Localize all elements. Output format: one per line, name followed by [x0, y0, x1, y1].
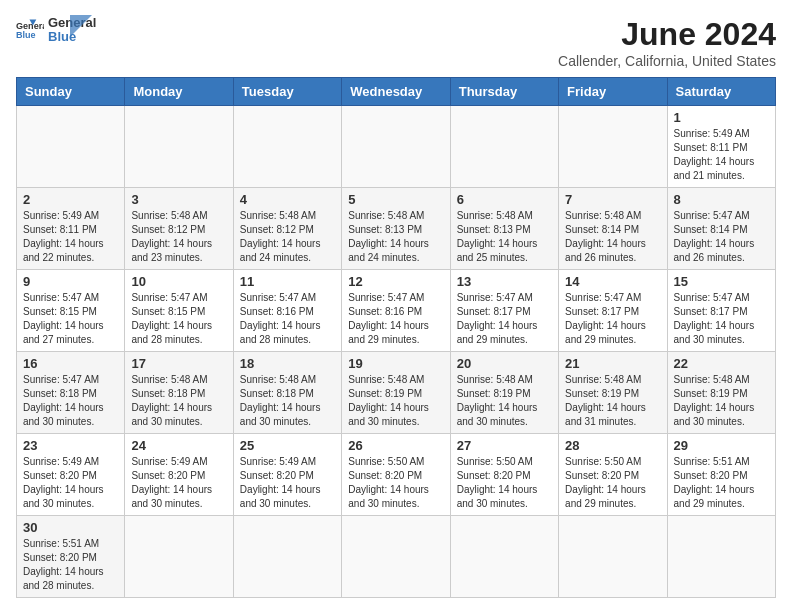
calendar-day-cell: 25Sunrise: 5:49 AM Sunset: 8:20 PM Dayli… [233, 434, 341, 516]
day-info: Sunrise: 5:48 AM Sunset: 8:12 PM Dayligh… [240, 209, 335, 265]
day-info: Sunrise: 5:50 AM Sunset: 8:20 PM Dayligh… [457, 455, 552, 511]
day-number: 30 [23, 520, 118, 535]
empty-day-cell [559, 106, 667, 188]
day-info: Sunrise: 5:49 AM Sunset: 8:20 PM Dayligh… [240, 455, 335, 511]
calendar-day-cell: 1Sunrise: 5:49 AM Sunset: 8:11 PM Daylig… [667, 106, 775, 188]
empty-day-cell [125, 516, 233, 598]
title-block: June 2024 Callender, California, United … [558, 16, 776, 69]
day-number: 10 [131, 274, 226, 289]
calendar-day-cell: 8Sunrise: 5:47 AM Sunset: 8:14 PM Daylig… [667, 188, 775, 270]
calendar-day-cell: 15Sunrise: 5:47 AM Sunset: 8:17 PM Dayli… [667, 270, 775, 352]
day-info: Sunrise: 5:49 AM Sunset: 8:11 PM Dayligh… [23, 209, 118, 265]
day-info: Sunrise: 5:47 AM Sunset: 8:14 PM Dayligh… [674, 209, 769, 265]
logo: General Blue General Blue [16, 16, 92, 45]
day-number: 5 [348, 192, 443, 207]
day-number: 25 [240, 438, 335, 453]
day-info: Sunrise: 5:49 AM Sunset: 8:11 PM Dayligh… [674, 127, 769, 183]
page-header: General Blue General Blue June 2024 Call… [16, 16, 776, 69]
calendar-day-cell: 11Sunrise: 5:47 AM Sunset: 8:16 PM Dayli… [233, 270, 341, 352]
empty-day-cell [559, 516, 667, 598]
weekday-header-thursday: Thursday [450, 78, 558, 106]
day-info: Sunrise: 5:49 AM Sunset: 8:20 PM Dayligh… [131, 455, 226, 511]
day-info: Sunrise: 5:50 AM Sunset: 8:20 PM Dayligh… [565, 455, 660, 511]
svg-marker-3 [70, 15, 92, 37]
day-number: 17 [131, 356, 226, 371]
calendar-week-row: 30Sunrise: 5:51 AM Sunset: 8:20 PM Dayli… [17, 516, 776, 598]
day-number: 22 [674, 356, 769, 371]
month-title: June 2024 [558, 16, 776, 53]
day-number: 9 [23, 274, 118, 289]
general-blue-logo-icon: General Blue [16, 16, 44, 44]
empty-day-cell [233, 516, 341, 598]
weekday-header-friday: Friday [559, 78, 667, 106]
calendar-day-cell: 19Sunrise: 5:48 AM Sunset: 8:19 PM Dayli… [342, 352, 450, 434]
calendar-day-cell: 24Sunrise: 5:49 AM Sunset: 8:20 PM Dayli… [125, 434, 233, 516]
calendar-week-row: 23Sunrise: 5:49 AM Sunset: 8:20 PM Dayli… [17, 434, 776, 516]
weekday-header-row: SundayMondayTuesdayWednesdayThursdayFrid… [17, 78, 776, 106]
day-number: 4 [240, 192, 335, 207]
day-info: Sunrise: 5:47 AM Sunset: 8:15 PM Dayligh… [23, 291, 118, 347]
day-number: 16 [23, 356, 118, 371]
day-number: 15 [674, 274, 769, 289]
day-info: Sunrise: 5:47 AM Sunset: 8:18 PM Dayligh… [23, 373, 118, 429]
calendar-day-cell: 17Sunrise: 5:48 AM Sunset: 8:18 PM Dayli… [125, 352, 233, 434]
day-info: Sunrise: 5:47 AM Sunset: 8:16 PM Dayligh… [240, 291, 335, 347]
calendar-week-row: 2Sunrise: 5:49 AM Sunset: 8:11 PM Daylig… [17, 188, 776, 270]
day-number: 26 [348, 438, 443, 453]
day-number: 2 [23, 192, 118, 207]
day-info: Sunrise: 5:48 AM Sunset: 8:12 PM Dayligh… [131, 209, 226, 265]
weekday-header-wednesday: Wednesday [342, 78, 450, 106]
svg-text:Blue: Blue [16, 31, 36, 41]
day-number: 6 [457, 192, 552, 207]
empty-day-cell [233, 106, 341, 188]
calendar-day-cell: 21Sunrise: 5:48 AM Sunset: 8:19 PM Dayli… [559, 352, 667, 434]
day-number: 11 [240, 274, 335, 289]
day-info: Sunrise: 5:48 AM Sunset: 8:19 PM Dayligh… [565, 373, 660, 429]
day-info: Sunrise: 5:47 AM Sunset: 8:17 PM Dayligh… [565, 291, 660, 347]
day-info: Sunrise: 5:47 AM Sunset: 8:17 PM Dayligh… [674, 291, 769, 347]
day-number: 27 [457, 438, 552, 453]
day-number: 13 [457, 274, 552, 289]
weekday-header-saturday: Saturday [667, 78, 775, 106]
calendar-day-cell: 2Sunrise: 5:49 AM Sunset: 8:11 PM Daylig… [17, 188, 125, 270]
day-number: 21 [565, 356, 660, 371]
weekday-header-sunday: Sunday [17, 78, 125, 106]
calendar-day-cell: 3Sunrise: 5:48 AM Sunset: 8:12 PM Daylig… [125, 188, 233, 270]
day-info: Sunrise: 5:48 AM Sunset: 8:19 PM Dayligh… [674, 373, 769, 429]
calendar-day-cell: 5Sunrise: 5:48 AM Sunset: 8:13 PM Daylig… [342, 188, 450, 270]
day-info: Sunrise: 5:51 AM Sunset: 8:20 PM Dayligh… [674, 455, 769, 511]
calendar-day-cell: 20Sunrise: 5:48 AM Sunset: 8:19 PM Dayli… [450, 352, 558, 434]
calendar-day-cell: 26Sunrise: 5:50 AM Sunset: 8:20 PM Dayli… [342, 434, 450, 516]
day-number: 3 [131, 192, 226, 207]
calendar-day-cell: 10Sunrise: 5:47 AM Sunset: 8:15 PM Dayli… [125, 270, 233, 352]
empty-day-cell [342, 106, 450, 188]
calendar-day-cell: 13Sunrise: 5:47 AM Sunset: 8:17 PM Dayli… [450, 270, 558, 352]
day-number: 12 [348, 274, 443, 289]
calendar-day-cell: 9Sunrise: 5:47 AM Sunset: 8:15 PM Daylig… [17, 270, 125, 352]
day-info: Sunrise: 5:47 AM Sunset: 8:15 PM Dayligh… [131, 291, 226, 347]
day-info: Sunrise: 5:48 AM Sunset: 8:14 PM Dayligh… [565, 209, 660, 265]
empty-day-cell [125, 106, 233, 188]
day-number: 7 [565, 192, 660, 207]
day-info: Sunrise: 5:49 AM Sunset: 8:20 PM Dayligh… [23, 455, 118, 511]
day-info: Sunrise: 5:48 AM Sunset: 8:18 PM Dayligh… [131, 373, 226, 429]
day-number: 29 [674, 438, 769, 453]
svg-text:General: General [16, 21, 44, 31]
weekday-header-monday: Monday [125, 78, 233, 106]
calendar-day-cell: 18Sunrise: 5:48 AM Sunset: 8:18 PM Dayli… [233, 352, 341, 434]
day-info: Sunrise: 5:50 AM Sunset: 8:20 PM Dayligh… [348, 455, 443, 511]
day-number: 18 [240, 356, 335, 371]
calendar-day-cell: 7Sunrise: 5:48 AM Sunset: 8:14 PM Daylig… [559, 188, 667, 270]
calendar-day-cell: 4Sunrise: 5:48 AM Sunset: 8:12 PM Daylig… [233, 188, 341, 270]
empty-day-cell [17, 106, 125, 188]
empty-day-cell [342, 516, 450, 598]
day-number: 1 [674, 110, 769, 125]
calendar-day-cell: 14Sunrise: 5:47 AM Sunset: 8:17 PM Dayli… [559, 270, 667, 352]
calendar-day-cell: 30Sunrise: 5:51 AM Sunset: 8:20 PM Dayli… [17, 516, 125, 598]
day-info: Sunrise: 5:47 AM Sunset: 8:16 PM Dayligh… [348, 291, 443, 347]
calendar-day-cell: 29Sunrise: 5:51 AM Sunset: 8:20 PM Dayli… [667, 434, 775, 516]
empty-day-cell [667, 516, 775, 598]
calendar-week-row: 16Sunrise: 5:47 AM Sunset: 8:18 PM Dayli… [17, 352, 776, 434]
day-number: 24 [131, 438, 226, 453]
calendar-day-cell: 6Sunrise: 5:48 AM Sunset: 8:13 PM Daylig… [450, 188, 558, 270]
